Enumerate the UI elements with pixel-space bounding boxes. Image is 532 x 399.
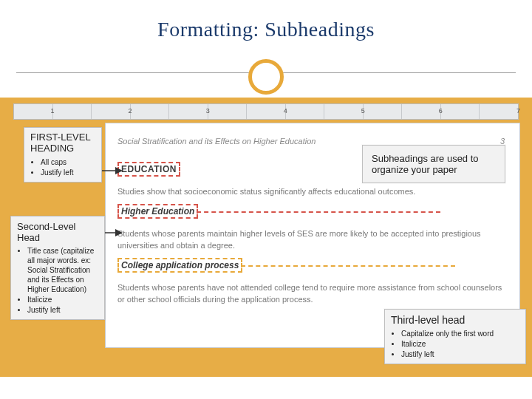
heading-level-1: EDUCATION	[117, 162, 180, 177]
ruler: 1 2 3 4 5 6 7	[13, 103, 519, 120]
heading-level-3: College application process	[117, 258, 242, 273]
svg-marker-3	[115, 229, 123, 236]
callout-title: FIRST-LEVEL HEADING	[24, 128, 101, 156]
callout-first-level: FIRST-LEVEL HEADING All caps Justify lef…	[24, 127, 102, 183]
callout-text: Subheadings are used to organize your pa…	[363, 146, 505, 183]
paragraph: Students whose parents maintain higher l…	[117, 228, 505, 252]
callout-item: Title case (capitalize all major words. …	[27, 246, 98, 294]
heading-level-2: Higher Education	[117, 204, 198, 219]
page-title: Formatting: Subheadings	[16, 12, 516, 41]
callout-item: Justify left	[41, 168, 95, 177]
svg-marker-1	[115, 167, 123, 174]
ring-ornament	[248, 59, 284, 95]
callout-title: Second-Level Head	[11, 216, 104, 245]
callout-item: All caps	[41, 157, 95, 167]
callout-title: Third-level head	[385, 310, 525, 327]
callout-second-level: Second-Level Head Title case (capitalize…	[10, 216, 105, 320]
paragraph: Students whose parents have not attended…	[117, 282, 505, 306]
callout-item: Justify left	[27, 305, 98, 315]
callout-item: Justify left	[401, 349, 519, 359]
callout-item: Capitalize only the first word	[401, 329, 519, 338]
callout-third-level: Third-level head Capitalize only the fir…	[384, 309, 526, 364]
callout-note: Subheadings are used to organize your pa…	[362, 145, 505, 183]
paragraph: Studies show that socioeconomic status s…	[117, 185, 505, 198]
callout-item: Italicize	[27, 295, 98, 304]
running-head: Social Stratification and its Effects on…	[117, 137, 316, 146]
ruler-tick: 7	[516, 107, 520, 115]
callout-item: Italicize	[401, 339, 519, 349]
